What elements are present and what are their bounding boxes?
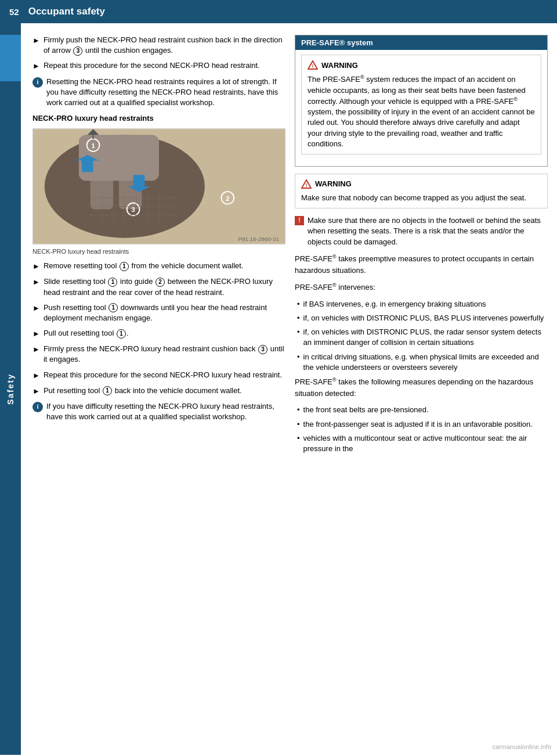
paragraph-1: PRE-SAFE® takes preemptive measures to p… (295, 253, 548, 276)
presafe-section-box: PRE-SAFE® system ! WARNING The (295, 35, 548, 167)
info-item: i Resetting the NECK-PRO head restraints… (32, 77, 285, 109)
page-header: 52 Occupant safety (0, 0, 557, 23)
bullet-text: Slide resetting tool 1 into guide 2 betw… (44, 276, 285, 297)
arrow-icon: ► (32, 303, 40, 323)
note-text: Make sure that there are no objects in t… (308, 215, 548, 247)
sidebar-marker (0, 35, 21, 81)
warning-label-1: WARNING (321, 61, 358, 70)
arrow-icon: ► (32, 370, 40, 381)
list-item: ► Repeat this procedure for the second N… (32, 60, 285, 71)
page-layout: Safety ► Firmly push the NECK-PRO head r… (0, 23, 557, 755)
circle-1: 1 (120, 262, 129, 271)
page-title: Occupant safety (28, 6, 105, 17)
sidebar: Safety (0, 23, 21, 755)
bullet-dot: • (297, 313, 300, 323)
warning-box-1: ! WARNING The PRE-SAFE® system reduces t… (301, 55, 541, 154)
list-item: ► Put resetting tool 1 back into the veh… (32, 386, 285, 397)
dot-text: if, on vehicles with DISTRONIC PLUS, BAS… (303, 313, 544, 323)
list-item: • in critical driving situations, e.g. w… (295, 352, 548, 373)
info-text: Resetting the NECK-PRO head restraints r… (46, 77, 285, 109)
presafe-box-content: ! WARNING The PRE-SAFE® system reduces t… (295, 50, 547, 166)
warning-triangle-icon: ! (308, 60, 318, 70)
svg-text:1: 1 (91, 142, 95, 150)
info-text-2: If you have difficulty resetting the NEC… (46, 401, 285, 422)
svg-text:2: 2 (226, 195, 230, 203)
warning-triangle-icon-2: ! (301, 179, 312, 189)
arrow-icon: ► (32, 35, 40, 56)
list-item: • if, on vehicles with DISTRONIC PLUS, B… (295, 313, 548, 323)
info-icon: i (32, 77, 43, 88)
main-content: ► Firmly push the NECK-PRO head restrain… (21, 23, 557, 755)
sidebar-label: Safety (6, 373, 15, 405)
warning-label-2: WARNING (315, 179, 352, 188)
warning-text-1: The PRE-SAFE® system reduces the impact … (308, 74, 535, 149)
dot-text: in critical driving situations, e.g. whe… (303, 352, 548, 373)
section-heading: NECK-PRO luxury head restraints (32, 114, 285, 123)
list-item: • the front seat belts are pre-tensioned… (295, 405, 548, 415)
bullet-text: Put resetting tool 1 back into the vehic… (44, 386, 285, 397)
info-item-2: i If you have difficulty resetting the N… (32, 401, 285, 422)
right-column: PRE-SAFE® system ! WARNING The (295, 35, 548, 746)
bullet-text: Remove resetting tool 1 from the vehicle… (44, 261, 285, 272)
dot-text: vehicles with a multicontour seat or act… (303, 433, 548, 454)
note-item-1: ! Make sure that there are no objects in… (295, 215, 548, 247)
bullet-dot: • (297, 352, 300, 373)
arrow-icon: ► (32, 277, 40, 297)
bullet-dot: • (297, 433, 300, 454)
list-item: • vehicles with a multicontour seat or a… (295, 433, 548, 454)
circle-1e: 1 (103, 386, 112, 395)
circle-3: 3 (73, 46, 82, 56)
circle-1b: 1 (108, 278, 117, 287)
list-item: ► Firmly press the NECK-PRO luxury head … (32, 344, 285, 365)
note-icon: ! (295, 216, 304, 225)
svg-text:3: 3 (131, 206, 135, 214)
diagram-svg: 1 3 2 (33, 129, 285, 244)
dot-text: the front-passenger seat is adjusted if … (303, 419, 533, 430)
arrow-icon: ► (32, 329, 40, 339)
arrow-icon: ► (32, 386, 40, 397)
arrow-icon: ► (32, 61, 40, 71)
list-item: • if BAS intervenes, e.g. in emergency b… (295, 299, 548, 309)
list-item: ► Firmly push the NECK-PRO head restrain… (32, 35, 285, 56)
list-item: • the front-passenger seat is adjusted i… (295, 419, 548, 430)
circle-2: 2 (155, 278, 165, 287)
warning-text-2: Make sure that nobody can become trapped… (301, 193, 541, 203)
svg-text:!: ! (312, 63, 314, 69)
dot-text: the front seat belts are pre-tensioned. (303, 405, 429, 415)
circle-1d: 1 (117, 329, 126, 339)
svg-text:P91.16-2860-31: P91.16-2860-31 (238, 236, 279, 242)
list-item: ► Push resetting tool 1 downwards until … (32, 303, 285, 323)
list-item: ► Slide resetting tool 1 into guide 2 be… (32, 276, 285, 297)
bullet-dot: • (297, 419, 300, 430)
paragraph-2: PRE-SAFE® intervenes: (295, 282, 548, 293)
diagram-container: 1 3 2 (32, 128, 285, 244)
list-item: • if, on vehicles with DISTRONIC PLUS, t… (295, 327, 548, 348)
bullet-text: Firmly push the NECK-PRO head restraint … (44, 35, 285, 56)
bullet-dot: • (297, 327, 300, 348)
info-icon-2: i (32, 402, 43, 412)
bullet-dot: • (297, 405, 300, 415)
bullet-text: Pull out resetting tool 1. (44, 328, 285, 339)
circle-1c: 1 (108, 303, 118, 312)
bullet-dot: • (297, 299, 300, 309)
arrow-icon: ► (32, 261, 40, 272)
dot-text: if, on vehicles with DISTRONIC PLUS, the… (303, 327, 548, 348)
bullet-text: Firmly press the NECK-PRO luxury head re… (44, 344, 285, 365)
list-item: ► Remove resetting tool 1 from the vehic… (32, 261, 285, 272)
page-number: 52 (9, 7, 19, 17)
warning-box-2: ! WARNING Make sure that nobody can beco… (295, 174, 548, 208)
arrow-icon: ► (32, 344, 40, 365)
left-column: ► Firmly push the NECK-PRO head restrain… (32, 35, 285, 746)
paragraph-3: PRE-SAFE® takes the following measures d… (295, 376, 548, 399)
dot-text: if BAS intervenes, e.g. in emergency bra… (303, 299, 486, 309)
bullet-text: Repeat this procedure for the second NEC… (44, 60, 285, 71)
bullet-text: Repeat this procedure for the second NEC… (44, 370, 285, 381)
svg-text:!: ! (306, 182, 308, 188)
presafe-box-header: PRE-SAFE® system (295, 35, 547, 50)
warning-title-1: ! WARNING (308, 60, 535, 70)
list-item: ► Repeat this procedure for the second N… (32, 370, 285, 381)
watermark: carmanualonline.info (492, 743, 551, 750)
presafe-title: PRE-SAFE® system (301, 38, 373, 47)
list-item: ► Pull out resetting tool 1. (32, 328, 285, 339)
circle-3b: 3 (258, 345, 267, 354)
